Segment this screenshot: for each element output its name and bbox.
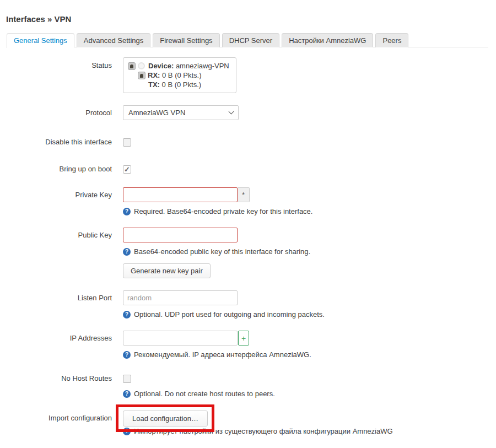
tab-bar: General Settings Advanced Settings Firew… [6,33,488,47]
rx-label: RX: [148,71,160,79]
ip-addresses-input[interactable] [123,331,238,346]
tab-advanced-settings[interactable]: Advanced Settings [77,33,150,47]
public-key-help-text: Base64-encoded public key of this interf… [134,247,310,256]
help-icon: ? [123,311,131,319]
disable-interface-checkbox[interactable] [123,138,131,147]
ip-addresses-row: IP Addresses + ? Рекомендуемый. IP адрес… [6,331,488,359]
help-icon: ? [123,390,131,398]
protocol-row: Protocol AmneziaWG VPN [6,105,488,120]
page-title: Interfaces » VPN [6,14,488,24]
tunnel-icon [128,62,136,70]
rx-value: 0 B (0 Pkts.) [162,71,202,79]
help-icon: ? [123,428,131,435]
private-key-label: Private Key [6,187,112,199]
plus-icon: + [241,334,246,343]
tunnel-icon [138,72,145,79]
import-configuration-help-text: Импортирует настройки из существующего ф… [134,427,393,435]
device-value: amneziawg-VPN [176,62,229,70]
status-box: Device: amneziawg-VPN RX: 0 B (0 Pkts.) … [123,57,236,93]
public-key-label: Public Key [6,228,112,239]
private-key-help-text: Required. Base64-encoded private key for… [134,207,312,215]
ip-addresses-label: IP Addresses [6,331,112,342]
reveal-password-button[interactable]: * [238,187,250,202]
generate-key-pair-button[interactable]: Generate new key pair [123,263,211,278]
tab-general-settings[interactable]: General Settings [7,33,74,47]
no-host-routes-row: No Host Routes ? Optional. Do not create… [6,371,488,398]
no-host-routes-checkbox[interactable] [123,375,131,383]
bring-up-on-boot-label: Bring up on boot [6,161,112,173]
private-key-input[interactable] [123,187,238,202]
listen-port-help-text: Optional. UDP port used for outgoing and… [134,310,325,319]
chevron-down-icon [229,109,234,115]
add-ip-address-button[interactable]: + [238,331,249,346]
listen-port-row: Listen Port ? Optional. UDP port used fo… [6,290,488,319]
disable-interface-row: Disable this interface [6,134,488,147]
listen-port-input[interactable] [123,290,238,305]
public-key-input[interactable] [123,228,238,242]
public-key-row: Public Key ? Base64-encoded public key o… [6,228,488,278]
tab-amneziawg-settings[interactable]: Настройки AmneziaWG [282,33,373,47]
import-configuration-row: Import configuration Load configuration…… [6,409,488,435]
no-host-routes-help-text: Optional. Do not create host routes to p… [134,390,275,398]
load-configuration-button[interactable]: Load configuration… [123,411,208,427]
protocol-label: Protocol [6,105,112,117]
help-icon: ? [123,351,131,359]
asterisk-icon: * [242,191,245,199]
tx-value: 0 B (0 Pkts.) [162,80,202,89]
import-configuration-label: Import configuration [6,409,112,422]
tab-dhcp-server[interactable]: DHCP Server [222,33,280,47]
status-label: Status [6,57,112,69]
disable-interface-label: Disable this interface [6,134,112,146]
general-settings-form: Status Device: amneziawg-VPN RX: 0 B (0 … [6,57,488,435]
protocol-select[interactable]: AmneziaWG VPN [123,105,239,120]
check-icon: ✓ [124,166,130,173]
interface-settings-page: Interfaces » VPN General Settings Advanc… [0,0,496,448]
device-label: Device: [148,62,174,70]
ip-addresses-help-text: Рекомендуемый. IP адреса интерфейса Amne… [134,350,311,359]
ethernet-faded-icon [138,62,145,69]
private-key-row: Private Key * ? Required. Base64-encoded… [6,187,488,215]
protocol-selected-value: AmneziaWG VPN [128,109,185,117]
tab-peers[interactable]: Peers [375,33,408,47]
help-icon: ? [123,248,131,256]
status-row: Status Device: amneziawg-VPN RX: 0 B (0 … [6,57,488,93]
bring-up-on-boot-row: Bring up on boot ✓ [6,161,488,174]
tx-label: TX: [148,80,160,89]
tab-firewall-settings[interactable]: Firewall Settings [153,33,219,47]
help-icon: ? [123,208,131,215]
bring-up-on-boot-checkbox[interactable]: ✓ [123,165,131,174]
no-host-routes-label: No Host Routes [6,371,112,382]
listen-port-label: Listen Port [6,290,112,302]
